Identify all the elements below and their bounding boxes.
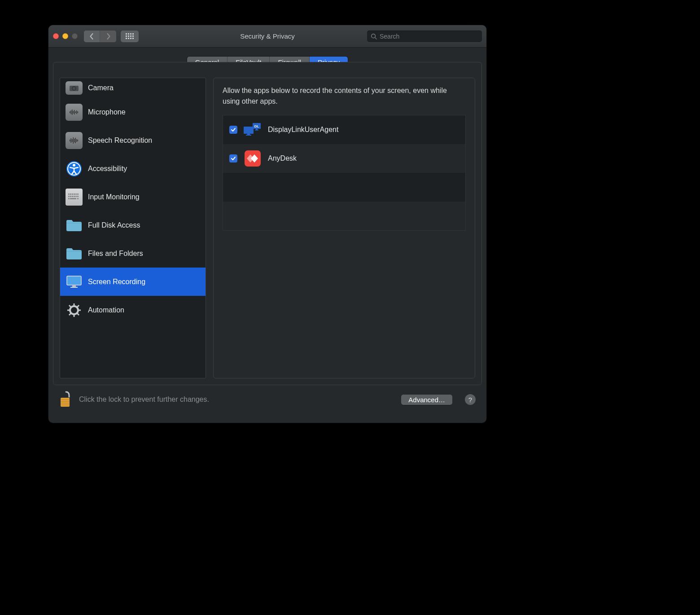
svg-rect-10 [76, 110, 77, 114]
close-button[interactable] [53, 33, 59, 39]
sidebar-item-label: Camera [88, 84, 114, 92]
svg-line-46 [69, 305, 71, 307]
sidebar-item-microphone[interactable]: Microphone [60, 98, 206, 126]
app-name: DisplayLinkUserAgent [268, 126, 338, 134]
svg-rect-4 [70, 111, 70, 113]
sidebar-item-label: Files and Folders [88, 250, 143, 258]
privacy-categories-sidebar[interactable]: Camera Microphone Speech Recognition [60, 78, 206, 378]
chevron-right-icon [106, 33, 111, 40]
advanced-button[interactable]: Advanced… [401, 395, 452, 405]
window-body: General FileVault Firewall Privacy Camer… [48, 48, 486, 423]
svg-rect-27 [75, 193, 77, 195]
sidebar-item-camera[interactable]: Camera [60, 78, 206, 98]
display-icon [66, 273, 83, 290]
sidebar-item-screen-recording[interactable]: Screen Recording [60, 268, 206, 296]
svg-rect-12 [70, 140, 70, 141]
svg-rect-33 [75, 196, 77, 197]
svg-line-1 [375, 37, 377, 39]
nav-back-button[interactable] [84, 31, 100, 42]
accessibility-icon [66, 160, 83, 177]
app-row[interactable]: AnyDesk [223, 144, 465, 173]
svg-line-49 [69, 313, 71, 315]
app-row-empty [223, 202, 465, 230]
sidebar-item-automation[interactable]: Automation [60, 296, 206, 324]
grid-icon [126, 33, 134, 39]
lock-group[interactable]: Click the lock to prevent further change… [59, 391, 209, 409]
zoom-button[interactable] [72, 33, 78, 39]
search-field-wrap[interactable] [367, 31, 482, 42]
search-input[interactable] [380, 33, 478, 40]
gear-icon [66, 302, 83, 319]
traffic-lights [53, 33, 78, 39]
sidebar-item-label: Input Monitoring [88, 193, 140, 201]
app-row[interactable]: DL DisplayLinkUserAgent [223, 115, 465, 144]
sidebar-item-label: Speech Recognition [88, 136, 152, 145]
sidebar-item-label: Screen Recording [88, 278, 145, 286]
svg-rect-19 [78, 140, 79, 141]
svg-rect-17 [75, 138, 76, 143]
minimize-button[interactable] [62, 33, 68, 39]
svg-line-47 [77, 313, 79, 315]
app-checkbox[interactable] [229, 154, 237, 163]
content-description: Allow the apps below to record the conte… [223, 85, 466, 107]
svg-rect-57 [255, 130, 258, 131]
sidebar-item-speech-recognition[interactable]: Speech Recognition [60, 126, 206, 154]
svg-point-22 [73, 164, 75, 167]
camera-icon [66, 81, 83, 95]
chevron-left-icon [89, 33, 94, 40]
anydesk-icon [244, 149, 262, 167]
sidebar-item-label: Accessibility [88, 165, 127, 173]
help-button[interactable]: ? [465, 394, 476, 405]
svg-line-48 [77, 305, 79, 307]
show-all-button[interactable] [121, 31, 139, 42]
sidebar-item-input-monitoring[interactable]: Input Monitoring [60, 183, 206, 211]
svg-rect-34 [77, 196, 79, 197]
svg-rect-18 [76, 139, 77, 142]
displaylink-icon: DL [244, 121, 262, 139]
svg-rect-7 [73, 111, 74, 114]
svg-text:DL: DL [254, 124, 259, 128]
nav-segment [84, 31, 116, 42]
sidebar-item-label: Full Disk Access [88, 221, 140, 229]
svg-rect-59 [61, 398, 70, 407]
sidebar-item-accessibility[interactable]: Accessibility [60, 154, 206, 183]
svg-rect-11 [78, 111, 79, 113]
lock-text: Click the lock to prevent further change… [79, 395, 209, 404]
search-icon [371, 33, 377, 40]
check-icon [231, 127, 236, 132]
svg-rect-28 [77, 193, 79, 195]
svg-rect-25 [72, 193, 73, 195]
svg-rect-35 [68, 198, 70, 199]
svg-rect-36 [70, 198, 76, 199]
svg-rect-24 [70, 193, 71, 195]
folder-icon [66, 245, 83, 262]
speech-icon [66, 132, 83, 149]
content-pane: Allow the apps below to record the conte… [213, 78, 475, 378]
app-name: AnyDesk [268, 154, 297, 163]
sidebar-item-label: Automation [88, 306, 124, 314]
titlebar: Security & Privacy [48, 25, 486, 48]
svg-rect-40 [70, 287, 78, 288]
keyboard-icon [66, 189, 83, 206]
microphone-icon [66, 104, 83, 121]
svg-rect-39 [72, 286, 76, 287]
svg-rect-52 [247, 134, 250, 135]
svg-rect-26 [74, 193, 75, 195]
svg-rect-16 [74, 139, 75, 142]
sidebar-item-full-disk-access[interactable]: Full Disk Access [60, 211, 206, 239]
footer: Click the lock to prevent further change… [53, 385, 482, 417]
app-checkbox[interactable] [229, 126, 237, 134]
app-row-empty [223, 173, 465, 202]
sidebar-item-files-and-folders[interactable]: Files and Folders [60, 239, 206, 268]
svg-rect-31 [72, 196, 73, 197]
sidebar-item-label: Microphone [88, 108, 126, 116]
svg-rect-13 [71, 138, 72, 143]
main-panel: Camera Microphone Speech Recognition [53, 62, 482, 385]
nav-forward-button[interactable] [100, 31, 116, 42]
svg-rect-8 [74, 110, 75, 114]
app-list: DL DisplayLinkUserAgent [223, 115, 466, 231]
svg-rect-30 [70, 196, 71, 197]
svg-rect-38 [67, 276, 81, 285]
svg-rect-29 [68, 196, 70, 197]
svg-rect-51 [244, 127, 254, 134]
